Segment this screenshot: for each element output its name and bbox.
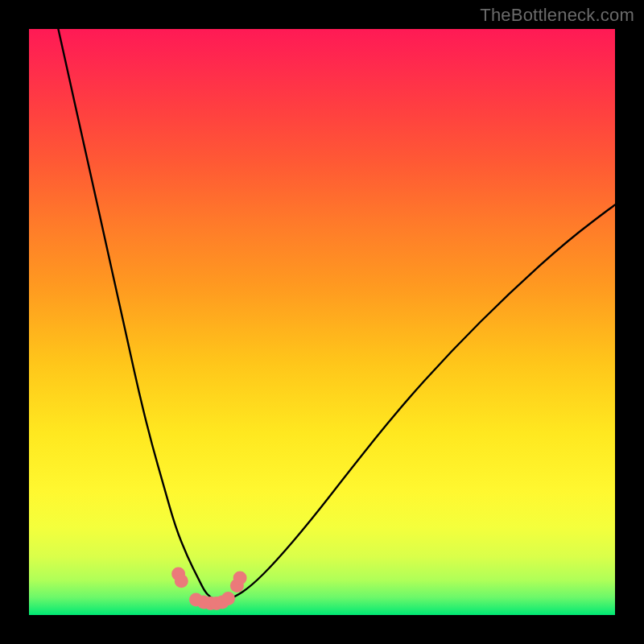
plot-area [29,29,615,615]
watermark-text: TheBottleneck.com [480,5,634,26]
curve-path [58,29,615,601]
chart-frame: TheBottleneck.com [0,0,644,644]
bottleneck-curve [58,29,615,601]
sweet-spot-dots [171,568,247,610]
sweet-spot-dot [175,574,188,588]
chart-overlay [29,29,615,615]
sweet-spot-dot [233,572,247,585]
sweet-spot-dot [221,592,235,605]
